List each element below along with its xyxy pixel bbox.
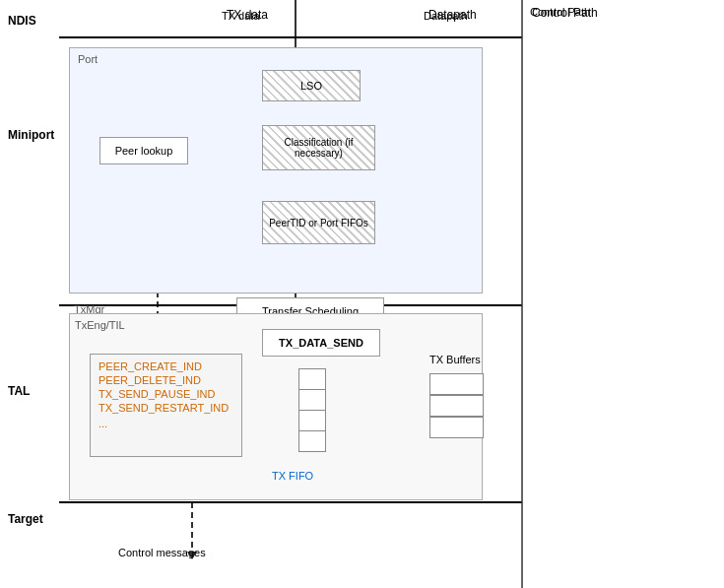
fifo-cell-3 bbox=[298, 410, 326, 431]
peer-delete-text: PEER_DELETE_IND bbox=[99, 374, 233, 386]
peer-lookup-box: Peer lookup bbox=[99, 137, 188, 164]
target-label: Target bbox=[8, 512, 43, 526]
port-title: Port bbox=[78, 53, 98, 65]
tx-send-pause-text: TX_SEND_PAUSE_IND bbox=[99, 388, 233, 400]
tx-data-text: TX data bbox=[222, 10, 260, 22]
miniport-label: Miniport bbox=[8, 128, 54, 142]
fifo-column bbox=[298, 368, 326, 452]
tx-buffers-label: TX Buffers bbox=[429, 354, 481, 365]
control-messages-label: Control messages bbox=[118, 547, 206, 558]
buffer-box-3 bbox=[429, 417, 484, 438]
classification-box: Classification (if necessary) bbox=[262, 125, 375, 170]
tal-section: TxEng/TIL TX_DATA_SEND PEER_CREATE_IND P… bbox=[69, 313, 483, 500]
fifo-cell-1 bbox=[298, 368, 326, 390]
fifo-cell-4 bbox=[298, 430, 326, 452]
tx-fifo-label: TX FIFO bbox=[272, 470, 313, 482]
diagram-container: TX data Datapath Control Path TX data Da… bbox=[0, 0, 724, 588]
buffer-box-2 bbox=[429, 395, 484, 417]
fifo-cell-2 bbox=[298, 389, 326, 411]
buffer-box-1 bbox=[429, 373, 484, 395]
lso-box: LSO bbox=[262, 70, 361, 101]
tx-send-restart-text: TX_SEND_RESTART_IND bbox=[99, 402, 233, 414]
indications-box: PEER_CREATE_IND PEER_DELETE_IND TX_SEND_… bbox=[90, 354, 242, 457]
tal-label: TAL bbox=[8, 384, 30, 398]
control-path-text: Control Path bbox=[530, 5, 590, 19]
txeng-til-label: TxEng/TIL bbox=[75, 319, 125, 331]
datapath-text: Datapath bbox=[424, 10, 468, 22]
peertid-box: PeerTID or Port FIFOs bbox=[262, 201, 375, 244]
port-section: Port LSO Peer lookup Classification (if … bbox=[69, 47, 483, 294]
tx-data-send-box: TX_DATA_SEND bbox=[262, 329, 380, 357]
peer-create-text: PEER_CREATE_IND bbox=[99, 360, 233, 372]
ndis-label: NDIS bbox=[8, 14, 36, 28]
ellipsis-text: ... bbox=[99, 418, 233, 429]
